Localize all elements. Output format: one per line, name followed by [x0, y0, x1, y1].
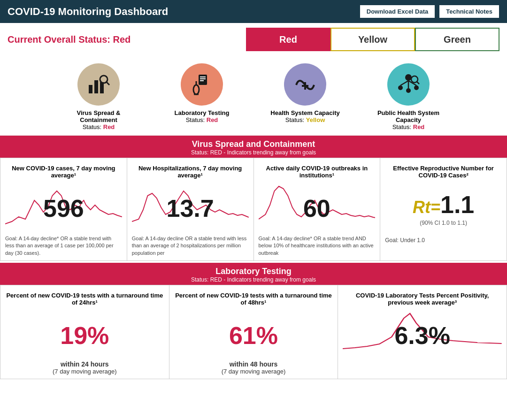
svg-point-15	[406, 88, 411, 93]
category-laboratory: Laboratory Testing Status: Red	[164, 63, 239, 130]
metric-24hr-turnaround: Percent of new COVID-19 tests with a tur…	[0, 285, 169, 379]
svg-rect-1	[94, 80, 98, 93]
virus-spread-label: Virus Spread & Containment	[61, 109, 136, 123]
category-public-health: Public Health System Capacity Status: Re…	[371, 63, 446, 130]
metric-hospitalizations-number: 13.7	[167, 194, 214, 222]
svg-point-13	[398, 85, 403, 90]
metric-48hr-turnaround: Percent of new COVID-19 tests with a tur…	[169, 285, 338, 379]
spread-section-title: Virus Spread and Containment	[5, 139, 502, 149]
header: COVID-19 Monitoring Dashboard Download E…	[0, 0, 507, 23]
status-row: Current Overall Status: Red Red Yellow G…	[0, 23, 507, 56]
rt-ci: (90% CI 1.0 to 1.1)	[420, 220, 467, 226]
rt-value-text: 1.1	[440, 191, 474, 219]
status-badges: Red Yellow Green	[246, 28, 499, 51]
svg-point-3	[100, 76, 108, 83]
virus-spread-icon-circle	[77, 63, 120, 106]
dashboard-title: COVID-19 Monitoring Dashboard	[8, 6, 168, 18]
metric-24hr-sub2: (7 day moving average)	[5, 368, 164, 375]
metric-24hr-value-area: 19%	[5, 309, 164, 360]
current-status-label: Current Overall Status: Red	[8, 34, 131, 45]
svg-rect-0	[89, 85, 92, 93]
svg-rect-5	[199, 75, 207, 85]
metric-rt-goal: Goal: Under 1.0	[385, 237, 502, 244]
metric-rt-label: Effective Reproductive Number for COVID-…	[385, 162, 502, 182]
rt-display: Rt=1.1	[413, 191, 474, 219]
metric-outbreaks-goal: Goal: A 14-day decline* OR a stable tren…	[259, 235, 376, 257]
svg-line-16	[400, 81, 408, 85]
metric-48hr-value-area: 61%	[174, 309, 333, 360]
category-health-system: Health System Capacity Status: Yellow	[268, 63, 343, 130]
lab-section-header: Laboratory Testing Status: RED - Indicat…	[0, 263, 507, 285]
category-icons-section: Virus Spread & Containment Status: Red L…	[0, 56, 507, 136]
virus-spread-icon	[86, 72, 111, 97]
metric-outbreaks-label: Active daily COVID-19 outbreaks in insti…	[259, 162, 376, 182]
metric-24hr-sub1: within 24 hours	[5, 360, 164, 368]
metric-hospitalizations-value-area: 13.7	[132, 182, 249, 233]
svg-rect-7	[200, 78, 206, 79]
health-system-icon	[292, 72, 318, 97]
svg-line-4	[107, 82, 109, 85]
svg-point-9	[193, 85, 199, 94]
public-health-icon-circle	[387, 63, 430, 106]
virus-spread-status: Status: Red	[83, 123, 115, 130]
status-badge-yellow[interactable]: Yellow	[330, 28, 415, 51]
spread-metrics-grid: New COVID-19 cases, 7 day moving average…	[0, 158, 507, 261]
metric-outbreaks: Active daily COVID-19 outbreaks in insti…	[254, 158, 381, 261]
laboratory-icon	[189, 72, 215, 97]
metric-new-cases-number: 596	[43, 194, 84, 222]
spread-section-header: Virus Spread and Containment Status: RED…	[0, 136, 507, 158]
metric-positivity-number: 6.3%	[394, 321, 450, 350]
current-status-value: Red	[113, 34, 131, 45]
laboratory-icon-circle	[181, 63, 223, 106]
svg-rect-2	[100, 82, 104, 93]
svg-point-19	[411, 76, 418, 83]
status-badge-green[interactable]: Green	[415, 28, 499, 51]
health-system-icon-circle	[284, 63, 326, 106]
metric-hospitalizations-label: New Hospitalizations, 7 day moving avera…	[132, 162, 249, 182]
category-virus-spread: Virus Spread & Containment Status: Red	[61, 63, 136, 130]
download-excel-button[interactable]: Download Excel Data	[360, 5, 435, 18]
health-system-status: Status: Yellow	[285, 116, 325, 123]
svg-rect-8	[200, 80, 204, 81]
metric-positivity: COVID-19 Laboratory Tests Percent Positi…	[338, 285, 507, 379]
metric-24hr-number: 19%	[60, 321, 109, 350]
metric-new-cases: New COVID-19 cases, 7 day moving average…	[0, 158, 127, 261]
rt-label-text: Rt=	[413, 198, 440, 217]
header-buttons: Download Excel Data Technical Notes	[360, 5, 499, 18]
spread-section-subtitle: Status: RED - Indicators trending away f…	[5, 149, 502, 156]
metric-hospitalizations-goal: Goal: A 14-day decline OR a stable trend…	[132, 235, 249, 257]
technical-notes-button[interactable]: Technical Notes	[439, 5, 499, 18]
metric-new-cases-goal: Goal: A 14-day decline* OR a stable tren…	[5, 235, 122, 257]
svg-line-20	[417, 82, 419, 84]
svg-rect-6	[200, 76, 206, 77]
metric-48hr-number: 61%	[229, 321, 278, 350]
lab-section-subtitle: Status: RED - Indicators trending away f…	[5, 276, 502, 283]
public-health-icon	[396, 72, 421, 97]
lab-section-title: Laboratory Testing	[5, 267, 502, 276]
lab-metrics-grid: Percent of new COVID-19 tests with a tur…	[0, 285, 507, 379]
metric-48hr-sub2: (7 day moving average)	[174, 368, 333, 375]
metric-rt: Effective Reproductive Number for COVID-…	[380, 158, 507, 261]
metric-rt-value-area: Rt=1.1 (90% CI 1.0 to 1.1)	[385, 182, 502, 233]
metric-outbreaks-value-area: 60	[259, 182, 376, 233]
metric-new-cases-value-area: 596	[5, 182, 122, 233]
metric-positivity-label: COVID-19 Laboratory Tests Percent Positi…	[343, 289, 502, 309]
laboratory-status: Status: Red	[186, 116, 218, 123]
metric-positivity-value-area: 6.3%	[343, 309, 502, 360]
svg-point-14	[414, 85, 419, 90]
public-health-label: Public Health System Capacity	[371, 109, 446, 123]
metric-24hr-label: Percent of new COVID-19 tests with a tur…	[5, 289, 164, 309]
metric-outbreaks-number: 60	[303, 194, 330, 222]
metric-hospitalizations: New Hospitalizations, 7 day moving avera…	[127, 158, 254, 261]
status-badge-red[interactable]: Red	[246, 28, 330, 51]
public-health-status: Status: Red	[392, 123, 425, 130]
metric-48hr-sub1: within 48 hours	[174, 360, 333, 368]
laboratory-label: Laboratory Testing	[175, 109, 230, 116]
health-system-label: Health System Capacity	[270, 109, 339, 116]
metric-48hr-label: Percent of new COVID-19 tests with a tur…	[174, 289, 333, 309]
metric-new-cases-label: New COVID-19 cases, 7 day moving average…	[5, 162, 122, 182]
